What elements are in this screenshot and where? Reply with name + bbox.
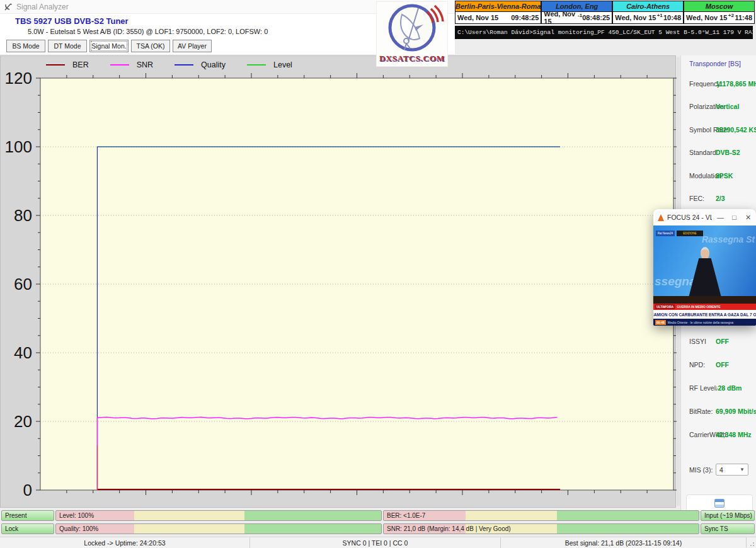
symbol-rate-value: 35290,542 KS/s: [716, 126, 756, 134]
close-button[interactable]: ✕: [743, 214, 753, 222]
clock-city-label: Berlin-Paris-Vienna-Roma: [455, 1, 541, 12]
carrier-width-value: 42,348 MHz: [716, 431, 752, 438]
snr-line-swatch: [110, 64, 129, 66]
legend-item-quality: Quality: [175, 60, 226, 69]
y-tick-label: 20: [1, 412, 32, 431]
npd-value: OFF: [716, 361, 729, 368]
breaking-label: ULTIM'ORA: [655, 304, 675, 309]
ts-table-icon: [714, 499, 724, 508]
headline-banner: PRIMO CAMION CON CARBURANTE ENTRA A GAZA…: [653, 310, 756, 319]
legend-item-ber: BER: [46, 60, 89, 69]
device-subtitle: 5.0W - Eutelsat 5 West A/B (ID: 3550) @ …: [28, 28, 268, 35]
sync-ts-indicator: Sync TS: [701, 523, 755, 534]
world-clocks: Berlin-Paris-Vienna-Roma Wed, Nov 15 09:…: [455, 1, 755, 26]
row-standard: Standard: DVB-S2: [689, 149, 755, 157]
legend-label: Level: [273, 60, 292, 69]
clock-moscow: Moscow Wed, Nov 15 +2 11:48: [684, 1, 755, 26]
quality-bar: Quality: 100%: [55, 523, 382, 534]
console-command-text: C:\Users\Roman Dávid>Signal monitoring_P…: [457, 29, 753, 36]
legend-label: BER: [72, 60, 89, 69]
legend-item-level: Level: [247, 60, 292, 69]
logo-caption: DXSATCS.COM: [379, 54, 445, 64]
clock-time: 10:48: [663, 14, 681, 21]
level-line-swatch: [247, 64, 266, 66]
minimize-button[interactable]: —: [715, 214, 726, 221]
ticker-time: 00:48: [655, 320, 666, 325]
row-modulation: Modulation: 8PSK: [689, 172, 755, 181]
transponder-panel-title: Transponder [BS]: [689, 60, 741, 67]
vlc-titlebar[interactable]: FOCUS 24 - VLC... — □ ✕: [653, 209, 756, 225]
y-tick-label: 80: [1, 206, 32, 225]
mis-selected-value: 4: [719, 466, 723, 474]
issyi-value: OFF: [716, 338, 729, 345]
status-best-signal: Best signal: 21,1 dB (2023-11-15 09:14): [501, 537, 747, 548]
clock-utc-offset: +1: [657, 13, 663, 18]
chevron-down-icon: ▼: [740, 467, 745, 472]
chart-legend: BER SNR Quality Level: [46, 60, 292, 69]
rf-level-value: -28 dBm: [716, 384, 742, 392]
maximize-button[interactable]: □: [729, 214, 740, 221]
app-icon: [4, 3, 13, 11]
standard-value: DVB-S2: [716, 149, 740, 156]
row-fec: FEC: 2/3: [689, 195, 755, 203]
clock-time: 11:48: [735, 14, 752, 21]
y-tick-label: 120: [1, 69, 32, 88]
row-npd: NPD: OFF: [689, 361, 755, 370]
clock-utc-offset: +2: [728, 13, 734, 18]
ticker-text: Medio Oriente · le ultime notizie della …: [668, 321, 733, 324]
row-mis: MIS (3): 4 ▼: [689, 466, 755, 475]
clock-date: Wed, Nov 15: [457, 14, 498, 21]
legend-item-snr: SNR: [110, 60, 153, 69]
clock-london: London, Eng Wed, Nov 15 -1 08:48:25: [541, 1, 612, 26]
channel-logo: Rai News24: [656, 231, 675, 236]
row-issyi: ISSYI OFF: [689, 338, 755, 346]
edition-chip: EDIZIONE: [677, 231, 703, 236]
clock-time: 08:48:25: [582, 14, 610, 21]
clock-berlin: Berlin-Paris-Vienna-Roma Wed, Nov 15 09:…: [455, 1, 541, 26]
vlc-window-title: FOCUS 24 - VLC...: [667, 214, 712, 221]
clock-city-label: Cairo-Athens: [612, 1, 684, 12]
clock-utc-offset: -1: [578, 13, 582, 18]
breaking-text: GUERRA IN MEDIO ORIENTE: [677, 305, 720, 309]
vlc-video-frame[interactable]: Rassegna St ssegna St Rai News24 EDIZION…: [653, 225, 756, 326]
modulation-value: 8PSK: [716, 172, 733, 180]
quality-line-swatch: [175, 64, 193, 66]
mis-select[interactable]: 4 ▼: [716, 464, 748, 476]
bitrate-value: 69,909 Mbit/s: [716, 408, 756, 415]
input-bitrate-indicator: Input (~19 Mbps): [701, 510, 755, 521]
tab-signal-mon[interactable]: Signal Mon.: [89, 40, 129, 52]
tab-av-player[interactable]: AV Player: [173, 40, 212, 52]
vlc-cone-icon: [658, 214, 664, 221]
tab-tsa[interactable]: TSA (OK): [131, 40, 170, 52]
tab-bs-mode[interactable]: BS Mode: [6, 40, 45, 52]
clock-cairo: Cairo-Athens Wed, Nov 15 +1 10:48: [612, 1, 684, 26]
clock-time: 09:48:25: [511, 14, 539, 21]
row-frequency: Frequency: 11178,865 MHz: [689, 80, 755, 89]
window-title: Signal Analyzer: [16, 3, 69, 11]
tab-dt-mode[interactable]: DT Mode: [48, 40, 87, 52]
status-bar: Locked -> Uptime: 24:20:53 SYNC 0 | TEI …: [0, 537, 756, 548]
snr-bar: SNR: 21,0 dB (Margin: 14,4 dB | Very Goo…: [383, 523, 699, 534]
satellite-dish-icon: [379, 2, 445, 55]
row-bitrate: BitRate: 69,909 Mbit/s: [689, 408, 755, 416]
signal-chart-panel: BER SNR Quality Level 020406080100120: [0, 55, 676, 508]
row-carrier-width: CarrierWidth: 42,348 MHz: [689, 431, 755, 440]
vlc-window: FOCUS 24 - VLC... — □ ✕ Rassegna St sseg…: [653, 209, 756, 326]
clock-city-label: Moscow: [684, 1, 755, 12]
transport-stream-button[interactable]: [686, 494, 753, 512]
y-tick-label: 40: [1, 343, 32, 362]
clock-date: Wed, Nov 15: [615, 14, 656, 21]
status-lock-uptime: Locked -> Uptime: 24:20:53: [0, 537, 250, 548]
dxsatcs-logo: DXSATCS.COM: [377, 2, 447, 66]
device-title: TBS 5927 USB DVB-S2 Tuner: [15, 16, 129, 26]
lock-indicator: Lock: [1, 523, 54, 534]
console-command-bar: C:\Users\Roman Dávid>Signal monitoring_P…: [455, 26, 753, 39]
row-symbol-rate: Symbol Rate: 35290,542 KS/s: [689, 126, 755, 135]
y-tick-label: 60: [1, 275, 32, 294]
resize-grip[interactable]: [748, 540, 754, 546]
row-polarization: Polarization: Vertical: [689, 103, 755, 111]
legend-label: SNR: [137, 60, 153, 69]
studio-background-text: Rassegna St: [702, 234, 755, 244]
y-tick-label: 0: [1, 481, 32, 499]
mode-tabs: BS Mode DT Mode Signal Mon. TSA (OK) AV …: [6, 40, 212, 52]
